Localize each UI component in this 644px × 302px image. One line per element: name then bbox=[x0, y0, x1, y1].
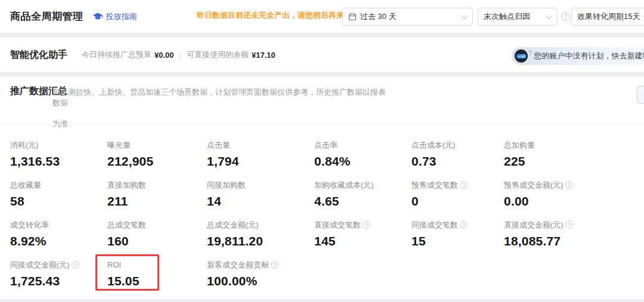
conversion-cycle-value: 效果转化周期15天 bbox=[577, 11, 640, 22]
metric-cell-total-carts: 总加购量 225 bbox=[504, 136, 644, 176]
metric-cell-favorites: 总收藏量 58 bbox=[10, 176, 107, 216]
smart-assistant-bar: 智能优化助手 今日持续推广总预算 ¥0.00 | 可直接使用的余额 ¥17.10… bbox=[0, 38, 644, 72]
metric-cell-ctr: 点击率 0.84% bbox=[314, 136, 411, 176]
metric-value: 212,905 bbox=[107, 154, 207, 169]
summary-description-line1: 包含测款快、上新快、货品加速三个场景数据，计划管理页面数据仅供参考，历史推广数据… bbox=[52, 87, 386, 108]
metric-value: 0.84% bbox=[314, 154, 411, 169]
metric-value: 145 bbox=[314, 234, 411, 248]
metric-label: 直接加购数 bbox=[107, 180, 146, 189]
metric-value: 4.65 bbox=[314, 194, 411, 208]
metric-value: 160 bbox=[107, 234, 207, 248]
metric-value: 15.05 bbox=[107, 274, 207, 288]
metric-cell-clicks: 点击量 1,794 bbox=[207, 136, 314, 176]
assistant-tip-bubble[interactable]: ? 您的账户中没有计划，快去新建吧 bbox=[512, 47, 644, 65]
edge-clipped-button[interactable] bbox=[637, 86, 644, 104]
metric-label: 新客成交金额贡献 bbox=[207, 260, 269, 269]
page-header: 商品全周期管理 投放指南 昨日数据目前还未完全产出，请您稍后再来！ bbox=[0, 0, 644, 33]
budget-label: 今日持续推广总预算 bbox=[82, 49, 151, 60]
assistant-title: 智能优化助手 bbox=[10, 49, 67, 61]
calendar-icon bbox=[348, 13, 357, 21]
metric-cell-total-orders: 总成交笔数 160 bbox=[107, 216, 207, 256]
metric-label: 点击量 bbox=[207, 141, 230, 150]
metric-cell-total-amount: 总成交金额(元) 19,811.20 bbox=[207, 216, 314, 256]
metric-label: 总成交金额(元) bbox=[207, 220, 259, 229]
help-icon[interactable]: ? bbox=[460, 221, 467, 229]
attribution-help-icon[interactable]: ? bbox=[561, 12, 570, 21]
metric-cell-impressions: 曝光量 212,905 bbox=[107, 136, 207, 176]
metric-value: 0 bbox=[411, 194, 504, 208]
metric-label: 总收藏量 bbox=[10, 180, 41, 189]
metric-label: 成交转化率 bbox=[10, 220, 49, 229]
metric-label: 总加购量 bbox=[504, 141, 535, 150]
guide-link[interactable]: 投放指南 bbox=[93, 11, 137, 22]
conversion-cycle-select[interactable]: 效果转化周期15天 bbox=[571, 8, 644, 26]
metric-value: 211 bbox=[107, 194, 207, 208]
metric-label: 总成交笔数 bbox=[107, 220, 146, 229]
help-icon[interactable]: ? bbox=[363, 221, 370, 229]
budget-info: 今日持续推广总预算 ¥0.00 | 可直接使用的余额 ¥17.10 bbox=[82, 49, 275, 60]
metric-label: 间接成交金额(元) bbox=[10, 260, 70, 269]
metric-cell-direct-amount: 直接成交金额(元)? 18,085.77 bbox=[504, 216, 644, 256]
metric-label: 点击率 bbox=[314, 141, 338, 150]
metric-cell-indirect-carts: 间接加购数 14 bbox=[207, 176, 314, 216]
guide-link-label: 投放指南 bbox=[106, 11, 137, 22]
metric-cell-presale-orders: 预售成交笔数? 0 bbox=[411, 176, 504, 216]
metric-cell-empty bbox=[314, 256, 411, 296]
metric-cell-empty bbox=[504, 256, 644, 296]
metric-label: 预售成交笔数 bbox=[411, 180, 458, 189]
metric-label: 间接加购数 bbox=[207, 180, 246, 189]
metric-cell-indirect-amount: 间接成交金额(元)? 1,725.43 bbox=[10, 256, 107, 296]
metric-cell-empty bbox=[411, 256, 504, 296]
metric-value: 15 bbox=[411, 234, 504, 248]
robot-assistant-icon bbox=[515, 49, 528, 63]
metric-label: 预售成交金额(元) bbox=[504, 180, 564, 189]
metric-label: 点击成本(元) bbox=[411, 141, 456, 150]
metric-label: 消耗(元) bbox=[10, 141, 39, 150]
chevron-down-icon bbox=[546, 14, 552, 19]
help-icon[interactable]: ? bbox=[565, 181, 573, 189]
metric-label: 直接成交金额(元) bbox=[504, 220, 564, 229]
graduation-cap-icon bbox=[93, 13, 103, 21]
metric-value: 19,811.20 bbox=[207, 234, 314, 248]
metric-cell-indirect-orders: 间接成交笔数? 15 bbox=[411, 216, 504, 256]
metric-value: 1,794 bbox=[207, 154, 314, 169]
metric-label: 加购收藏成本(元) bbox=[314, 180, 374, 189]
help-icon[interactable]: ? bbox=[72, 261, 79, 269]
help-icon[interactable]: ? bbox=[460, 181, 467, 189]
metric-label: 直接成交笔数 bbox=[314, 220, 361, 229]
metrics-grid: 消耗(元) 1,316.53 曝光量 212,905 点击量 1,794 点击率… bbox=[10, 136, 644, 296]
budget-value: ¥0.00 bbox=[154, 51, 174, 60]
metric-cell-spend: 消耗(元) 1,316.53 bbox=[10, 136, 107, 176]
attribution-select[interactable]: 末次触点归因 bbox=[478, 8, 558, 26]
metric-value: 0.73 bbox=[411, 154, 504, 169]
metric-label: 间接成交笔数 bbox=[411, 220, 458, 229]
summary-description: 包含测款快、上新快、货品加速三个场景数据，计划管理页面数据仅供参考，历史推广数据… bbox=[52, 87, 386, 129]
metric-value: 225 bbox=[504, 154, 644, 169]
metric-value: 1,316.53 bbox=[10, 154, 107, 169]
metric-label: 曝光量 bbox=[107, 141, 131, 150]
metric-value: 14 bbox=[207, 194, 314, 208]
metric-cell-presale-amount: 预售成交金额(元)? 0.00 bbox=[504, 176, 644, 216]
metric-cell-direct-orders: 直接成交笔数? 145 bbox=[314, 216, 411, 256]
help-icon[interactable]: ? bbox=[565, 221, 573, 229]
metric-cell-cpc: 点击成本(元) 0.73 bbox=[411, 136, 504, 176]
metric-value: 18,085.77 bbox=[504, 234, 644, 248]
metric-cell-new-customer-share: 新客成交金额贡献? 100.00% bbox=[207, 256, 314, 296]
balance-value: ¥17.10 bbox=[252, 51, 275, 60]
metric-cell-direct-carts: 直接加购数 211 bbox=[107, 176, 207, 216]
metric-value: 100.00% bbox=[207, 274, 314, 288]
section-divider bbox=[0, 124, 644, 124]
metric-value: 1,725.43 bbox=[10, 274, 107, 288]
page-title: 商品全周期管理 bbox=[10, 10, 83, 23]
metric-value: 8.92% bbox=[10, 234, 107, 248]
metric-value: 0.00 bbox=[504, 194, 644, 208]
date-range-select[interactable]: 过去 30 天 bbox=[342, 8, 473, 26]
help-icon[interactable]: ? bbox=[271, 261, 278, 269]
promotion-summary-card: 推广数据汇总 包含测款快、上新快、货品加速三个场景数据，计划管理页面数据仅供参考… bbox=[0, 77, 644, 299]
attribution-value: 末次触点归因 bbox=[484, 11, 530, 22]
metric-cell-roi: ROI 15.05 bbox=[107, 256, 207, 296]
date-range-value: 过去 30 天 bbox=[360, 11, 397, 22]
chevron-down-icon bbox=[462, 14, 467, 19]
data-delay-notice: 昨日数据目前还未完全产出，请您稍后再来！ bbox=[197, 10, 352, 21]
balance-label: 可直接使用的余额 bbox=[187, 49, 249, 60]
